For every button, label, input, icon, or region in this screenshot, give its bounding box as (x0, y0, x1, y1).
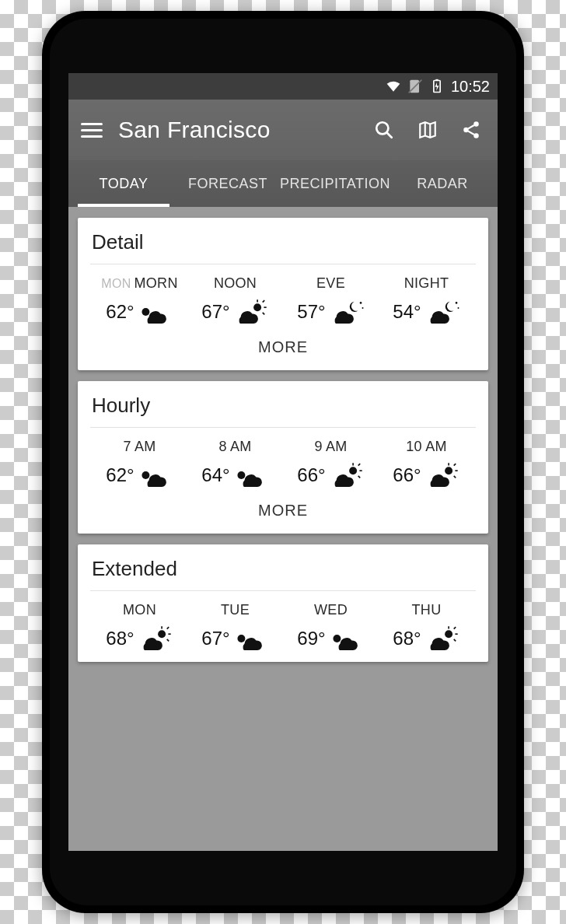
extended-temp: 67° (201, 628, 229, 649)
detail-cell: MON MORN 62° (92, 275, 187, 327)
hourly-cell: 10 AM 66° (379, 439, 474, 491)
hourly-time-label: 8 AM (218, 439, 251, 455)
card-extended-title: Extended (92, 557, 474, 581)
tab-bar: TODAY FORECAST PRECIPITATION RADAR (68, 160, 498, 207)
partly-sunny-icon (327, 460, 365, 491)
app-bar: San Francisco (68, 100, 498, 160)
status-time: 10:52 (451, 78, 490, 96)
extended-cell: THU 68° (379, 602, 474, 654)
no-sim-icon (407, 79, 423, 94)
detail-temp: 67° (201, 301, 229, 323)
extended-row: MON 68° TUE 67° (92, 602, 474, 654)
content-scroll[interactable]: Detail MON MORN 62° (68, 207, 498, 851)
detail-day-prefix: MON (101, 277, 131, 291)
detail-temp: 57° (297, 301, 325, 323)
tab-radar[interactable]: RADAR (390, 160, 494, 207)
detail-cell: NOON 67° (187, 275, 283, 327)
extended-temp: 68° (106, 628, 134, 649)
extended-cell: MON 68° (92, 602, 187, 654)
cloudy-icon (136, 296, 173, 327)
night-cloudy-icon (423, 296, 460, 327)
detail-part-label: NOON (214, 275, 257, 292)
phone-frame: 10:52 San Francisco TODAY FORECAST PRECI… (42, 11, 524, 913)
cloudy-icon (327, 623, 365, 654)
detail-part-label: NIGHT (404, 275, 449, 292)
map-button[interactable] (414, 116, 442, 144)
extended-day-label: THU (412, 602, 442, 618)
hourly-temp: 66° (393, 464, 421, 486)
hourly-cell: 9 AM 66° (283, 439, 379, 491)
hourly-time-label: 10 AM (406, 439, 447, 455)
hourly-cell: 8 AM 64° (187, 439, 283, 491)
cloudy-icon (232, 623, 269, 654)
wifi-icon (386, 79, 401, 94)
divider (90, 590, 476, 591)
card-extended: Extended MON 68° TUE (78, 544, 488, 662)
extended-temp: 68° (393, 628, 421, 649)
phone-bezel: 10:52 San Francisco TODAY FORECAST PRECI… (50, 19, 516, 905)
card-detail: Detail MON MORN 62° (78, 218, 488, 370)
hourly-row: 7 AM 62° 8 AM 64° (92, 439, 474, 491)
screen: 10:52 San Francisco TODAY FORECAST PRECI… (68, 73, 498, 851)
battery-charging-icon (429, 79, 445, 94)
detail-temp: 54° (393, 301, 421, 323)
hourly-time-label: 9 AM (314, 439, 347, 455)
night-cloudy-icon (327, 296, 365, 327)
divider (90, 427, 476, 428)
tab-precipitation[interactable]: PRECIPITATION (280, 160, 390, 207)
detail-part-label: EVE (316, 275, 345, 292)
card-hourly: Hourly 7 AM 62° 8 AM (78, 381, 488, 534)
hourly-temp: 64° (201, 464, 229, 486)
hourly-temp: 62° (106, 464, 134, 486)
partly-sunny-icon (423, 623, 460, 654)
tab-today[interactable]: TODAY (72, 160, 176, 207)
partly-sunny-icon (232, 296, 269, 327)
card-detail-title: Detail (92, 230, 474, 254)
detail-cell: EVE 57° (283, 275, 379, 327)
menu-icon[interactable] (81, 119, 103, 141)
partly-sunny-icon (136, 623, 173, 654)
cloudy-icon (232, 460, 269, 491)
extended-cell: TUE 67° (187, 602, 283, 654)
detail-temp: 62° (106, 301, 134, 323)
detail-more-button[interactable]: MORE (92, 327, 474, 362)
detail-cell: NIGHT 54° (379, 275, 474, 327)
cloudy-icon (136, 460, 173, 491)
partly-sunny-icon (423, 460, 460, 491)
search-button[interactable] (370, 116, 398, 144)
tab-forecast[interactable]: FORECAST (176, 160, 280, 207)
detail-part-label: MORN (135, 275, 178, 292)
extended-day-label: TUE (221, 602, 250, 618)
extended-day-label: WED (314, 602, 348, 618)
extended-cell: WED 69° (283, 602, 379, 654)
share-button[interactable] (457, 116, 485, 144)
hourly-cell: 7 AM 62° (92, 439, 187, 491)
hourly-time-label: 7 AM (123, 439, 155, 455)
extended-day-label: MON (123, 602, 156, 618)
location-title: San Francisco (118, 117, 355, 143)
hourly-temp: 66° (297, 464, 325, 486)
detail-row: MON MORN 62° NOON 67° (92, 275, 474, 327)
hourly-more-button[interactable]: MORE (92, 491, 474, 526)
extended-temp: 69° (297, 628, 325, 649)
status-bar: 10:52 (68, 73, 498, 100)
card-hourly-title: Hourly (92, 394, 474, 418)
divider (90, 264, 476, 264)
